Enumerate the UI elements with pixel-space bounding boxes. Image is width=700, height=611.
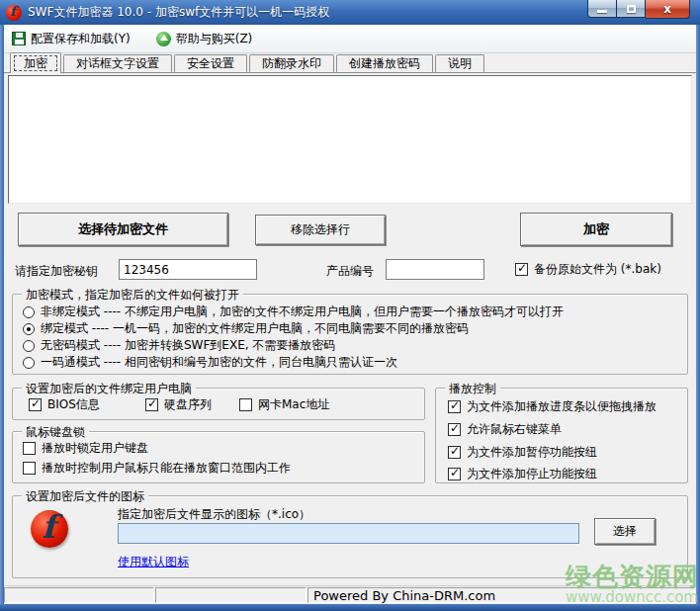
status-panel-powered-by: Powered By China-DRM.com xyxy=(307,587,695,603)
select-files-button[interactable]: 选择待加密文件 xyxy=(18,213,228,246)
checkbox-box xyxy=(448,400,461,413)
checkbox-bios-info[interactable]: BIOS信息 xyxy=(29,396,100,413)
encrypted-file-icon-group: 设置加密后文件的图标 指定加密后文件显示的图标（*.ico） 选择 使用默认图标 xyxy=(12,495,688,578)
checkbox-box xyxy=(448,423,461,436)
checkbox-lock-keyboard[interactable]: 播放时锁定用户键盘 xyxy=(23,440,148,457)
key-input[interactable] xyxy=(119,259,257,280)
tab-label: 说明 xyxy=(448,55,472,72)
checkbox-label: 硬盘序列 xyxy=(164,396,212,413)
checkbox-box xyxy=(448,468,461,480)
status-panel-1 xyxy=(4,587,154,603)
toolbar-item-label: 帮助与购买(Z) xyxy=(176,31,253,47)
icon-path-input[interactable] xyxy=(118,523,579,544)
checkbox-box xyxy=(23,462,36,475)
tab-security-settings[interactable]: 安全设置 xyxy=(174,54,247,72)
checkbox-label: 备份原始文件为 (*.bak) xyxy=(534,261,661,278)
close-button[interactable]: x xyxy=(646,0,690,19)
radio-label: 非绑定模式 ---- 不绑定用户电脑，加密的文件不绑定用户电脑，但用户需要一个播… xyxy=(41,304,564,320)
backup-checkbox[interactable]: 备份原始文件为 (*.bak) xyxy=(515,261,661,278)
window-title: SWF文件加密器 10.0 - 加密swf文件并可以一机一码授权 xyxy=(28,4,329,21)
radio-bound-mode[interactable]: 绑定模式 ---- 一机一码，加密的文件绑定用户电脑，不同电脑需要不同的播放密码 xyxy=(23,320,469,337)
encryption-mode-group: 加密模式，指定加密后的文件如何被打开 非绑定模式 ---- 不绑定用户电脑，加密… xyxy=(12,294,688,375)
maximize-button[interactable] xyxy=(617,0,646,18)
save-icon xyxy=(12,32,26,45)
radio-one-pass-mode[interactable]: 一码通模式 ---- 相同密钥和编号加密的文件，同台电脑只需认证一次 xyxy=(23,354,397,371)
flash-icon xyxy=(31,510,68,548)
checkbox-restrict-mouse[interactable]: 播放时控制用户鼠标只能在播放窗口范围内工作 xyxy=(23,460,291,477)
tab-create-play-password[interactable]: 创建播放密码 xyxy=(336,54,433,72)
radio-circle xyxy=(23,357,35,369)
radio-unbound-mode[interactable]: 非绑定模式 ---- 不绑定用户电脑，加密的文件不绑定用户电脑，但用户需要一个播… xyxy=(23,304,564,320)
group-title: 设置加密后文件的图标 xyxy=(22,488,148,505)
product-number-input[interactable] xyxy=(386,259,484,280)
checkbox-label: 播放时控制用户鼠标只能在播放窗口范围内工作 xyxy=(42,460,291,477)
toolbar-item-help-buy[interactable]: 帮助与购买(Z) xyxy=(156,31,253,47)
toolbar: 配置保存和加载(Y) 帮助与购买(Z) xyxy=(4,25,696,53)
remove-rows-button[interactable]: 移除选择行 xyxy=(255,215,386,245)
checkbox-progress-bar[interactable]: 为文件添加播放进度条以便拖拽播放 xyxy=(448,398,656,415)
flash-app-icon xyxy=(6,5,22,21)
checkbox-box xyxy=(29,398,42,411)
checkbox-box xyxy=(23,442,36,455)
checkbox-label: 为文件添加暂停功能按纽 xyxy=(467,444,597,461)
use-default-icon-link[interactable]: 使用默认图标 xyxy=(118,554,189,570)
window-border-right xyxy=(696,25,700,611)
radio-label: 一码通模式 ---- 相同密钥和编号加密的文件，同台电脑只需认证一次 xyxy=(41,354,397,371)
radio-circle xyxy=(23,340,35,352)
checkbox-label: 播放时锁定用户键盘 xyxy=(42,440,148,457)
checkbox-mac-address[interactable]: 网卡Mac地址 xyxy=(239,396,329,413)
bind-computer-group: 设置加密后的文件绑定用户电脑 BIOS信息 硬盘序列 网卡Mac地址 xyxy=(12,388,425,420)
radio-no-password-mode[interactable]: 无密码模式 ---- 加密并转换SWF到EXE, 不需要播放密码 xyxy=(23,337,335,354)
toolbar-item-save-load[interactable]: 配置保存和加载(Y) xyxy=(12,31,131,47)
checkbox-box xyxy=(239,398,252,411)
checkbox-label: 允许鼠标右键菜单 xyxy=(467,421,562,438)
checkbox-box xyxy=(448,446,461,459)
tab-label: 创建播放密码 xyxy=(349,55,420,72)
playback-control-group: 播放控制 为文件添加播放进度条以便拖拽播放 允许鼠标右键菜单 为文件添加暂停功能… xyxy=(435,388,688,483)
window-controls: x xyxy=(587,0,690,19)
radio-circle xyxy=(23,306,35,318)
toolbar-item-label: 配置保存和加载(Y) xyxy=(31,31,131,47)
status-panel-2 xyxy=(155,587,306,603)
tab-anti-record-watermark[interactable]: 防翻录水印 xyxy=(249,54,334,72)
minimize-button[interactable] xyxy=(587,0,617,18)
radio-label: 无密码模式 ---- 加密并转换SWF到EXE, 不需要播放密码 xyxy=(41,337,335,354)
choose-icon-button[interactable]: 选择 xyxy=(594,518,656,545)
tab-label: 加密 xyxy=(24,55,47,72)
tab-label: 对话框文字设置 xyxy=(76,55,159,72)
checkbox-box xyxy=(515,263,528,276)
group-title: 加密模式，指定加密后的文件如何被打开 xyxy=(22,287,243,304)
checkbox-right-click-menu[interactable]: 允许鼠标右键菜单 xyxy=(448,421,562,438)
tab-dialog-text-settings[interactable]: 对话框文字设置 xyxy=(63,54,172,72)
checkbox-stop-button[interactable]: 为文件添加停止功能按纽 xyxy=(448,466,597,482)
radio-circle xyxy=(23,323,35,335)
close-icon: x xyxy=(663,2,671,16)
group-title: 鼠标键盘锁 xyxy=(22,424,89,441)
checkbox-box xyxy=(145,398,158,411)
checkbox-disk-serial[interactable]: 硬盘序列 xyxy=(145,396,212,413)
tab-label: 安全设置 xyxy=(187,55,234,72)
help-cart-icon xyxy=(156,32,171,46)
window-border-left xyxy=(0,25,4,611)
tab-label: 防翻录水印 xyxy=(262,55,321,72)
status-bar: Powered By China-DRM.com xyxy=(4,585,696,604)
radio-label: 绑定模式 ---- 一机一码，加密的文件绑定用户电脑，不同电脑需要不同的播放密码 xyxy=(41,320,469,337)
mouse-keyboard-lock-group: 鼠标键盘锁 播放时锁定用户键盘 播放时控制用户鼠标只能在播放窗口范围内工作 xyxy=(12,431,425,483)
window-border-bottom xyxy=(0,604,700,611)
checkbox-pause-button[interactable]: 为文件添加暂停功能按纽 xyxy=(448,444,597,461)
tab-encrypt[interactable]: 加密 xyxy=(10,52,61,73)
checkbox-label: 网卡Mac地址 xyxy=(258,396,329,413)
file-list[interactable] xyxy=(8,75,692,204)
checkbox-label: BIOS信息 xyxy=(47,396,100,413)
product-number-label: 产品编号 xyxy=(326,263,374,280)
app-window: SWF文件加密器 10.0 - 加密swf文件并可以一机一码授权 x 配置保存和… xyxy=(0,0,700,611)
checkbox-label: 为文件添加停止功能按纽 xyxy=(467,466,597,482)
encrypt-button[interactable]: 加密 xyxy=(520,213,672,246)
icon-path-label: 指定加密后文件显示的图标（*.ico） xyxy=(118,506,310,523)
tab-instructions[interactable]: 说明 xyxy=(435,54,484,72)
key-label: 请指定加密秘钥 xyxy=(15,263,98,280)
group-title: 设置加密后的文件绑定用户电脑 xyxy=(22,381,196,397)
checkbox-label: 为文件添加播放进度条以便拖拽播放 xyxy=(467,398,656,415)
group-title: 播放控制 xyxy=(445,381,500,397)
maximize-icon xyxy=(627,5,636,13)
